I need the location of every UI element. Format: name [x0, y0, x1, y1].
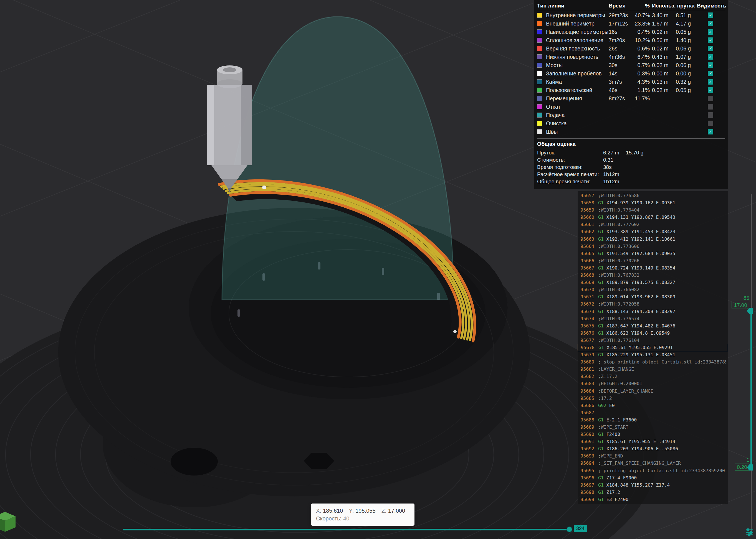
- gcode-line[interactable]: 95689;WIPE_START: [578, 424, 728, 431]
- tooltip-z-value: 17.000: [388, 508, 405, 514]
- move-slider-thumb[interactable]: [566, 526, 572, 532]
- gcode-line[interactable]: 95657;WIDTH:0.776586: [578, 192, 728, 199]
- visibility-checkbox[interactable]: ✓: [708, 54, 713, 60]
- visibility-checkbox[interactable]: ✓: [708, 129, 713, 134]
- summary-value: 38s: [603, 164, 626, 170]
- gcode-line[interactable]: 95682;Z:17.2: [578, 373, 728, 380]
- gcode-line[interactable]: 95697G1 X184.848 Y155.207 Z17.4: [578, 482, 728, 489]
- visibility-checkbox[interactable]: ✓: [708, 46, 713, 51]
- visibility-checkbox[interactable]: [708, 104, 713, 110]
- gcode-line[interactable]: 95661;WIDTH:0.777602: [578, 221, 728, 228]
- print-summary: Общая оценка Пруток:6.27 m15.70 gСтоимос…: [537, 138, 725, 185]
- gcode-line[interactable]: 95687: [578, 409, 728, 417]
- gcode-line[interactable]: 95699G1 E3 F2400: [578, 496, 728, 503]
- gcode-line[interactable]: 95660G1 X194.131 Y190.867 E.09543: [578, 214, 728, 221]
- gcode-line[interactable]: 95678G1 X185.61 Y195.055 E.09291: [578, 344, 728, 351]
- gcode-line[interactable]: 95659;WIDTH:0.776404: [578, 206, 728, 214]
- gcode-line-text: ;Z:17.2: [598, 373, 618, 380]
- line-type-label: Внутренние периметры: [546, 12, 609, 19]
- gcode-line[interactable]: 95675G1 X187.647 Y194.482 E.04676: [578, 323, 728, 330]
- line-type-color-swatch: [537, 79, 542, 84]
- gcode-line[interactable]: 95662G1 X193.389 Y191.453 E.08423: [578, 228, 728, 235]
- gcode-line-text: G1 X194.939 Y190.162 E.09361: [598, 199, 675, 206]
- visibility-checkbox[interactable]: ✓: [708, 87, 713, 93]
- summary-value: 0.31: [603, 157, 626, 163]
- gcode-line[interactable]: 95695; printing object Curtain.stl id:23…: [578, 467, 728, 474]
- summary-label: Расчётное время печати:: [537, 171, 603, 178]
- gcode-line[interactable]: 95684;BEFORE_LAYER_CHANGE: [578, 388, 728, 395]
- visibility-checkbox[interactable]: [708, 112, 713, 118]
- visibility-cell: [697, 96, 724, 101]
- gcode-line[interactable]: 95665G1 X191.549 Y192.684 E.09035: [578, 250, 728, 257]
- line-type-percent: 1.1%: [635, 87, 652, 94]
- gcode-line[interactable]: 95688G1 E-2.1 F3600: [578, 417, 728, 424]
- gcode-line[interactable]: 95686G92 E0: [578, 402, 728, 409]
- gcode-line-text: G1 E-2.1 F3600: [598, 417, 637, 424]
- gcode-line[interactable]: 95698G1 Z17.2: [578, 489, 728, 496]
- seam-dot: [453, 330, 457, 333]
- gcode-line[interactable]: 95679G1 X185.229 Y195.131 E.03451: [578, 351, 728, 358]
- gcode-line[interactable]: 95677;WIDTH:0.776104: [578, 337, 728, 344]
- gcode-line[interactable]: 95666;WIDTH:0.770266: [578, 257, 728, 265]
- gcode-line[interactable]: 95669G1 X189.879 Y193.575 E.08327: [578, 279, 728, 286]
- gcode-line[interactable]: 95692G1 X186.203 Y194.906 E-.55086: [578, 445, 728, 452]
- visibility-checkbox[interactable]: [708, 96, 713, 101]
- summary-row: Пруток:6.27 m15.70 g: [537, 149, 725, 156]
- gcode-command: G1: [598, 309, 604, 314]
- slider-options-icon[interactable]: [745, 528, 754, 537]
- legend-row: Подача: [537, 111, 725, 119]
- gcode-line[interactable]: 95658G1 X194.939 Y190.162 E.09361: [578, 199, 728, 206]
- gcode-line[interactable]: 95663G1 X192.412 Y192.141 E.10661: [578, 236, 728, 243]
- gcode-line[interactable]: 95673G1 X188.143 Y194.309 E.08297: [578, 308, 728, 315]
- gcode-line[interactable]: 95694;_SET_FAN_SPEED_CHANGING_LAYER: [578, 460, 728, 467]
- gcode-line[interactable]: 95672;WIDTH:0.772058: [578, 301, 728, 308]
- line-type-length: 0.02 m: [652, 87, 676, 94]
- gcode-line[interactable]: 95690G1 F2400: [578, 431, 728, 438]
- line-type-length: 0.13 m: [652, 79, 676, 85]
- move-slider-track[interactable]: [123, 529, 571, 530]
- gcode-line-number: 95690: [580, 431, 594, 438]
- line-type-time: 30s: [609, 62, 635, 68]
- visibility-checkbox[interactable]: [708, 120, 713, 126]
- legend-row: Перемещения8m27s11.7%: [537, 94, 725, 103]
- gcode-line[interactable]: 95671G1 X189.014 Y193.962 E.08309: [578, 293, 728, 301]
- visibility-cell: ✓: [697, 129, 724, 134]
- gcode-panel[interactable]: 95657;WIDTH:0.77658695658G1 X194.939 Y19…: [578, 191, 728, 504]
- gcode-line-number: 95673: [580, 308, 594, 315]
- visibility-checkbox[interactable]: ✓: [708, 29, 713, 35]
- gcode-line[interactable]: 95667G1 X190.724 Y193.149 E.08354: [578, 265, 728, 272]
- gcode-line[interactable]: 95685;17.2: [578, 395, 728, 402]
- gcode-line[interactable]: 95670;WIDTH:0.766082: [578, 286, 728, 293]
- line-type-percent: 10.2%: [635, 37, 652, 43]
- line-type-time: 4m36s: [609, 54, 635, 60]
- summary-title: Общая оценка: [537, 141, 725, 147]
- gcode-line[interactable]: 95680; stop printing object Curtain.stl …: [578, 358, 728, 366]
- line-type-percent: 6.4%: [635, 54, 652, 60]
- visibility-cell: ✓: [697, 54, 724, 60]
- gcode-line-number: 95679: [580, 351, 594, 358]
- visibility-checkbox[interactable]: ✓: [708, 21, 713, 26]
- gcode-line[interactable]: 95668;WIDTH:0.767832: [578, 272, 728, 279]
- gcode-line-number: 95670: [580, 286, 594, 293]
- visibility-checkbox[interactable]: ✓: [708, 38, 713, 43]
- gcode-line[interactable]: 95676G1 X186.623 Y194.8 E.09549: [578, 330, 728, 337]
- gcode-line[interactable]: 95674;WIDTH:0.776574: [578, 315, 728, 323]
- visibility-checkbox[interactable]: ✓: [708, 79, 713, 85]
- visibility-checkbox[interactable]: ✓: [708, 62, 713, 68]
- gcode-line[interactable]: 95693;WIPE_END: [578, 452, 728, 460]
- gcode-line[interactable]: 95681;LAYER_CHANGE: [578, 366, 728, 373]
- legend-row: Внешний периметр17m12s23.8%1.67 m4.17 g✓: [537, 19, 725, 28]
- line-type-time: 8m27s: [609, 95, 635, 102]
- gcode-line[interactable]: 95664;WIDTH:0.773606: [578, 243, 728, 250]
- gcode-line-number: 95664: [580, 243, 594, 250]
- visibility-checkbox[interactable]: ✓: [708, 13, 713, 18]
- gcode-line-number: 95661: [580, 221, 594, 228]
- visibility-checkbox[interactable]: ✓: [708, 71, 713, 76]
- line-type-weight: 1.40 g: [676, 37, 697, 43]
- gcode-line[interactable]: 95691G1 X185.61 Y195.055 E-.34914: [578, 438, 728, 445]
- gcode-command: G1: [598, 215, 604, 220]
- gcode-line[interactable]: 95683;HEIGHT:0.200001: [578, 380, 728, 387]
- gcode-line[interactable]: 95696G1 Z17.4 F9000: [578, 474, 728, 482]
- line-type-color-swatch: [537, 63, 542, 68]
- line-type-length: 0.02 m: [652, 29, 676, 35]
